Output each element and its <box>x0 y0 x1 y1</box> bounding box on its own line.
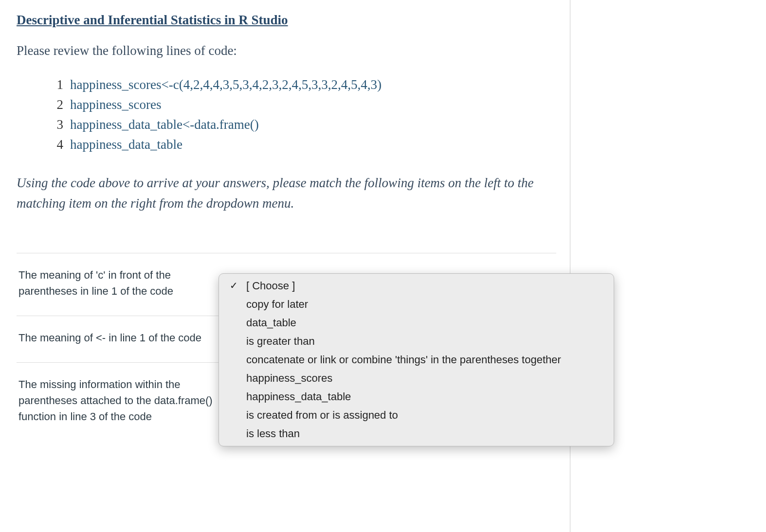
dropdown-option[interactable]: happiness_scores <box>219 369 614 388</box>
code-line: 4 happiness_data_table <box>49 135 556 155</box>
code-text: happiness_scores <box>70 95 161 115</box>
section-heading: Descriptive and Inferential Statistics i… <box>17 13 556 28</box>
answer-dropdown-menu[interactable]: [ Choose ] copy for later data_table is … <box>219 273 614 446</box>
dropdown-option[interactable]: happiness_data_table <box>219 388 614 406</box>
line-number: 4 <box>49 135 63 155</box>
dropdown-option[interactable]: is created from or is assigned to <box>219 406 614 425</box>
match-prompt: The missing information within the paren… <box>18 376 224 425</box>
dropdown-option[interactable]: copy for later <box>219 295 614 314</box>
code-line: 1 happiness_scores<-c(4,2,4,4,3,5,3,4,2,… <box>49 75 556 95</box>
code-line: 3 happiness_data_table<-data.frame() <box>49 115 556 135</box>
match-prompt: The meaning of 'c' in front of the paren… <box>18 267 224 299</box>
question-content: Descriptive and Inferential Statistics i… <box>0 0 570 532</box>
dropdown-option[interactable]: is less than <box>219 425 614 443</box>
dropdown-option[interactable]: [ Choose ] <box>219 277 614 295</box>
line-number: 1 <box>49 75 63 95</box>
code-text: happiness_scores<-c(4,2,4,4,3,5,3,4,2,3,… <box>70 75 382 95</box>
match-prompt: The meaning of <- in line 1 of the code <box>18 330 224 346</box>
dropdown-option[interactable]: concatenate or link or combine 'things' … <box>219 351 614 369</box>
code-block: 1 happiness_scores<-c(4,2,4,4,3,5,3,4,2,… <box>49 75 556 155</box>
line-number: 2 <box>49 95 63 115</box>
code-text: happiness_data_table<-data.frame() <box>70 115 259 135</box>
dropdown-option[interactable]: data_table <box>219 314 614 332</box>
instructions-text: Using the code above to arrive at your a… <box>17 173 556 214</box>
intro-text: Please review the following lines of cod… <box>17 43 556 58</box>
line-number: 3 <box>49 115 63 135</box>
dropdown-option[interactable]: is greater than <box>219 332 614 351</box>
code-line: 2 happiness_scores <box>49 95 556 115</box>
code-text: happiness_data_table <box>70 135 182 155</box>
